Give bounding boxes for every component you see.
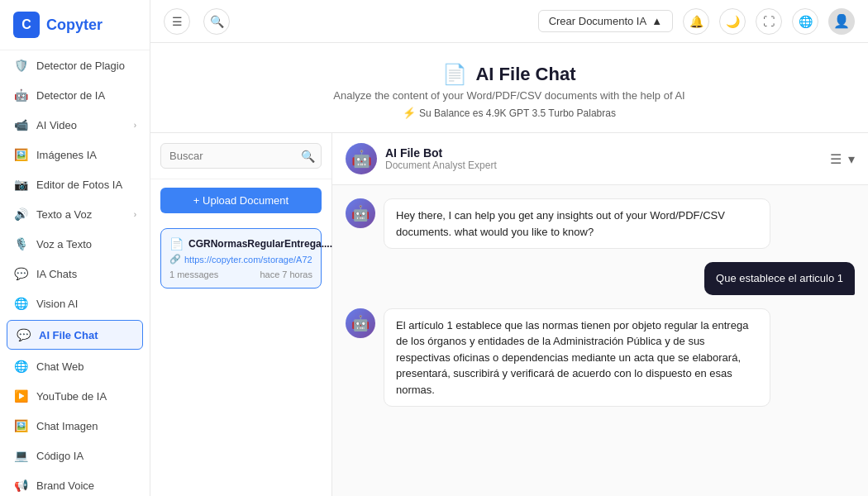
search-submit-icon[interactable]: 🔍	[301, 150, 315, 163]
sidebar-label-texto-a-voz: Texto a Voz	[36, 208, 92, 221]
logo[interactable]: C Copyter	[0, 0, 150, 50]
sidebar-label-codigo-ia: Código IA	[36, 450, 83, 462]
fullscreen-icon[interactable]: ⛶	[756, 8, 782, 35]
search-icon[interactable]: 🔍	[203, 8, 230, 35]
sidebar-label-editor-fotos-ia: Editor de Fotos IA	[36, 179, 122, 191]
user-avatar[interactable]: 👤	[828, 8, 855, 35]
pdf-icon: 📄	[169, 237, 184, 250]
sidebar-item-texto-a-voz[interactable]: 🔊 Texto a Voz ›	[0, 199, 150, 229]
search-box: 🔍	[150, 133, 331, 179]
sidebar: C Copyter 🛡️ Detector de Plagio 🤖 Detect…	[0, 0, 150, 496]
sidebar-item-ai-file-chat[interactable]: 💬 AI File Chat	[7, 320, 143, 350]
menu-icon[interactable]: ☰	[164, 8, 190, 35]
doc-messages: 1 messages	[169, 269, 218, 279]
sidebar-icon-ai-video: 📹	[13, 117, 28, 132]
file-chat-icon: 📄	[442, 63, 467, 86]
language-icon[interactable]: 🌐	[792, 8, 818, 35]
page-title: AI File Chat	[475, 64, 575, 85]
bot-message-bubble: Hey there, I can help you get any insigh…	[384, 198, 770, 249]
logo-text: Copyter	[46, 17, 103, 34]
create-doc-button[interactable]: Crear Documento IA ▲	[538, 10, 673, 32]
sidebar-item-detector-ia[interactable]: 🤖 Detector de IA	[0, 80, 150, 110]
content-area: 📄 AI File Chat Analyze the content of yo…	[150, 43, 868, 496]
chat-messages-panel: 🤖 AI File Bot Document Analyst Expert ☰ …	[332, 133, 868, 496]
sidebar-label-ia-chats: IA Chats	[36, 268, 77, 280]
bot-msg-avatar: 🤖	[346, 198, 375, 228]
sidebar-label-chat-web: Chat Web	[36, 360, 84, 373]
sidebar-item-ai-video[interactable]: 📹 AI Video ›	[0, 110, 150, 140]
sidebar-label-youtube-ia: YouTube de IA	[36, 390, 107, 403]
bot-msg-avatar: 🤖	[346, 308, 375, 338]
sidebar-label-imagenes-ia: Imágenes IA	[36, 149, 97, 161]
sidebar-icon-ia-chats: 💬	[13, 266, 28, 281]
sidebar-item-chat-web[interactable]: 🌐 Chat Web	[0, 351, 150, 381]
sidebar-icon-brand-voice: 📢	[13, 478, 28, 493]
sidebar-item-detector-plagio[interactable]: 🛡️ Detector de Plagio	[0, 50, 150, 80]
upload-document-button[interactable]: + Upload Document	[160, 188, 322, 213]
sidebar-item-ia-chats[interactable]: 💬 IA Chats	[0, 259, 150, 289]
sidebar-icon-imagenes-ia: 🖼️	[13, 147, 28, 162]
bot-role: Document Analyst Expert	[385, 160, 497, 171]
bot-message-bubble: El artículo 1 establece que las normas t…	[384, 308, 770, 408]
message-row-0: 🤖 Hey there, I can help you get any insi…	[346, 198, 855, 249]
search-input[interactable]	[160, 143, 322, 169]
sidebar-label-ai-video: AI Video	[36, 119, 77, 131]
sidebar-icon-detector-plagio: 🛡️	[13, 58, 28, 73]
chat-area: 🔍 + Upload Document 📄 CGRNormasRegularEn…	[150, 133, 868, 496]
lightning-icon: ⚡	[403, 107, 416, 119]
sidebar-item-voz-a-texto[interactable]: 🎙️ Voz a Texto	[0, 229, 150, 259]
logo-icon: C	[13, 12, 40, 38]
user-message-bubble: Que establece el articulo 1	[704, 262, 855, 295]
sidebar-icon-texto-a-voz: 🔊	[13, 207, 28, 222]
sidebar-item-brand-voice[interactable]: 📢 Brand Voice	[0, 470, 150, 496]
sidebar-icon-editor-fotos-ia: 📷	[13, 177, 28, 192]
sidebar-label-ai-file-chat: AI File Chat	[39, 329, 98, 341]
messages-list: 🤖 Hey there, I can help you get any insi…	[332, 185, 868, 496]
chat-header: 🤖 AI File Bot Document Analyst Expert ☰ …	[332, 133, 868, 185]
sidebar-label-brand-voice: Brand Voice	[36, 479, 94, 492]
balance-text: Su Balance es 4.9K GPT 3.5 Turbo Palabra…	[419, 107, 616, 119]
sidebar-item-vision-ai[interactable]: 🌐 Vision AI	[0, 289, 150, 318]
dark-mode-icon[interactable]: 🌙	[719, 8, 746, 35]
sidebar-item-codigo-ia[interactable]: 💻 Código IA	[0, 441, 150, 470]
sidebar-item-editor-fotos-ia[interactable]: 📷 Editor de Fotos IA	[0, 169, 150, 199]
bot-avatar: 🤖	[346, 143, 377, 174]
sidebar-item-imagenes-ia[interactable]: 🖼️ Imágenes IA	[0, 140, 150, 169]
sidebar-label-detector-plagio: Detector de Plagio	[36, 60, 125, 72]
sidebar-icon-chat-imagen: 🖼️	[13, 418, 28, 433]
message-row-2: 🤖 El artículo 1 establece que las normas…	[346, 308, 855, 408]
chevron-icon: ›	[134, 210, 136, 219]
sidebar-item-chat-imagen[interactable]: 🖼️ Chat Imagen	[0, 411, 150, 441]
doc-title: CGRNormasRegularEntrega....	[188, 238, 332, 250]
link-icon: 🔗	[169, 254, 181, 265]
chevron-down-icon[interactable]: ▾	[848, 151, 855, 167]
message-row-1: Que establece el articulo 1	[346, 262, 855, 295]
doc-time: hace 7 horas	[260, 269, 312, 279]
bot-name: AI File Bot	[385, 146, 497, 160]
sidebar-icon-youtube-ia: ▶️	[13, 389, 28, 403]
sidebar-label-voz-a-texto: Voz a Texto	[36, 238, 92, 250]
document-card[interactable]: 📄 CGRNormasRegularEntrega.... 🔗 https://…	[160, 228, 322, 289]
sidebar-icon-voz-a-texto: 🎙️	[13, 236, 28, 251]
bell-icon[interactable]: 🔔	[683, 8, 709, 35]
sidebar-item-youtube-ia[interactable]: ▶️ YouTube de IA	[0, 381, 150, 411]
sidebar-icon-chat-web: 🌐	[13, 359, 28, 374]
sidebar-icon-ai-file-chat: 💬	[16, 327, 31, 342]
page-subtitle: Analyze the content of your Word/PDF/CSV…	[164, 89, 855, 102]
chat-list-panel: 🔍 + Upload Document 📄 CGRNormasRegularEn…	[150, 133, 332, 496]
sidebar-label-chat-imagen: Chat Imagen	[36, 420, 98, 432]
menu-dots-icon[interactable]: ☰	[830, 151, 842, 167]
topbar: ☰ 🔍 Crear Documento IA ▲ 🔔 🌙 ⛶ 🌐 👤	[150, 0, 868, 43]
page-header: 📄 AI File Chat Analyze the content of yo…	[150, 43, 868, 133]
sidebar-label-detector-ia: Detector de IA	[36, 89, 105, 102]
chevron-icon: ›	[134, 121, 136, 130]
sidebar-icon-codigo-ia: 💻	[13, 448, 28, 463]
sidebar-icon-vision-ai: 🌐	[13, 296, 28, 311]
sidebar-label-vision-ai: Vision AI	[36, 298, 78, 310]
main-area: ☰ 🔍 Crear Documento IA ▲ 🔔 🌙 ⛶ 🌐 👤 📄 AI …	[150, 0, 868, 496]
sidebar-icon-detector-ia: 🤖	[13, 88, 28, 103]
doc-link: https://copyter.com/storage/A72co2OejW.p…	[184, 255, 312, 265]
chat-actions[interactable]: ☰ ▾	[830, 151, 855, 167]
